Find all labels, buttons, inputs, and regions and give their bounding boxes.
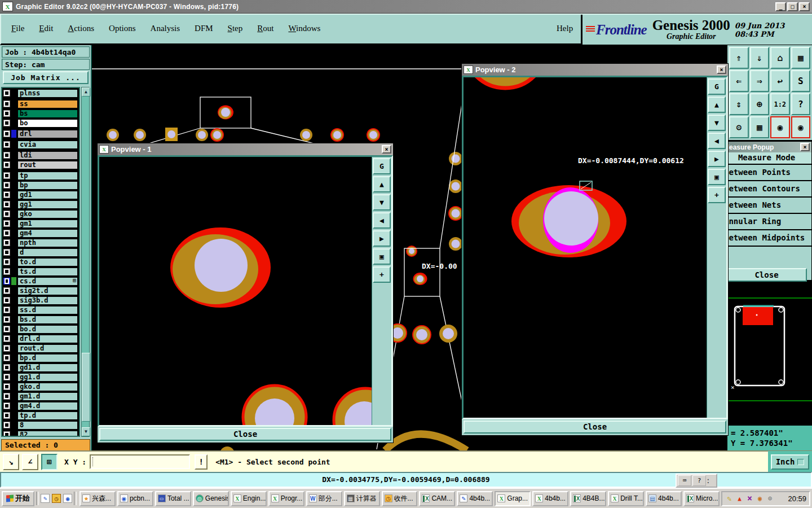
popview-2-close-button[interactable]: Close	[464, 421, 726, 433]
layer-row[interactable]: sig2t.d	[3, 286, 78, 295]
popview-1-close-button[interactable]: Close	[99, 428, 391, 441]
popview-2-canvas[interactable]: DX=-0.0087444,DY=0.00612	[464, 77, 707, 418]
measure-mode-option[interactable]: Between Midpoints	[722, 230, 811, 247]
layer-row[interactable]: ss	[3, 99, 78, 108]
popview-2-window[interactable]: X Popview - 2 × DX=-0.0087444,DY=0.00612	[461, 63, 729, 436]
clipboard-up-icon[interactable]: ⇑	[729, 47, 749, 69]
layer-row[interactable]: ts.d	[3, 267, 78, 276]
taskbar-task-button[interactable]: 收件...	[382, 491, 418, 506]
pan-left-icon[interactable]: ⇐	[729, 70, 749, 92]
layer-row[interactable]: ldi	[3, 151, 78, 160]
layer-row[interactable]: bp	[3, 181, 78, 190]
layer-name[interactable]: rout.d	[17, 344, 78, 353]
layer-name[interactable]: gm1.d	[17, 392, 78, 401]
scroll-thumb[interactable]	[82, 353, 90, 422]
layer-name[interactable]: drl	[17, 130, 78, 138]
layer-name[interactable]: gko	[17, 210, 78, 218]
layer-name[interactable]: bp.d	[17, 354, 78, 362]
measure-popup-close-button[interactable]: Close	[726, 268, 807, 282]
pan-right-icon[interactable]: ▶	[708, 151, 726, 167]
taskbar-task-button[interactable]: Micro...	[683, 491, 720, 506]
center-view-icon[interactable]: +	[708, 187, 726, 203]
help-icon[interactable]: ?	[791, 93, 811, 115]
measure-angle-icon[interactable]: ∠	[22, 454, 38, 470]
layer-scrollbar[interactable]: ▲ ▼	[81, 87, 90, 437]
refresh-icon[interactable]	[766, 494, 774, 503]
layer-row[interactable]: plnss	[3, 89, 78, 98]
measure-popup-window[interactable]: Measure Popup × Measure Mode Between Poi…	[721, 141, 812, 281]
red-arrow-icon[interactable]	[735, 494, 744, 503]
menu-item[interactable]: File	[11, 24, 24, 33]
minimize-button[interactable]: _	[775, 2, 786, 11]
layer-row[interactable]: gm4.d	[3, 401, 78, 410]
screen-down-icon[interactable]: ⇓	[750, 47, 770, 69]
layer-visibility-checkbox[interactable]	[3, 90, 10, 97]
layer-name[interactable]: gg1.d	[17, 373, 78, 382]
layer-name[interactable]: tp.d	[17, 411, 78, 420]
layer-name[interactable]: gko.d	[17, 383, 78, 391]
taskbar-task-button[interactable]: Progr...	[268, 491, 304, 506]
menu-item[interactable]: Options	[109, 24, 136, 33]
taskbar-task-button[interactable]: Grap...	[495, 491, 531, 506]
layer-visibility-checkbox[interactable]	[3, 306, 10, 313]
layer-visibility-checkbox[interactable]	[3, 230, 10, 237]
layer-visibility-checkbox[interactable]	[3, 335, 10, 342]
layer-visibility-checkbox[interactable]	[3, 152, 10, 159]
layer-visibility-checkbox[interactable]	[3, 191, 10, 198]
layer-visibility-checkbox[interactable]	[3, 364, 10, 371]
keyboard-icon[interactable]: ⌨	[678, 475, 691, 486]
layer-row[interactable]: gd1	[3, 190, 78, 199]
layer-row[interactable]: gm1.d	[3, 392, 78, 401]
highlight-net-icon[interactable]: ◉	[770, 116, 790, 138]
layer-row[interactable]: drl	[3, 129, 78, 138]
layer-row[interactable]: tp.d	[3, 411, 78, 420]
layer-visibility-checkbox[interactable]	[3, 211, 10, 217]
layer-visibility-checkbox[interactable]	[3, 130, 10, 137]
layer-row[interactable]: sig3b.d	[3, 296, 78, 305]
layer-name[interactable]: ts.d	[17, 268, 78, 276]
popview-2-close-icon[interactable]: ×	[717, 65, 726, 74]
zoom-in-icon[interactable]: ▲	[708, 97, 726, 113]
layer-name[interactable]: gd1	[17, 191, 78, 199]
popview-1-window[interactable]: X Popview - 1 ×	[97, 143, 394, 443]
purple-x-icon[interactable]	[745, 494, 754, 503]
scroll-down-icon[interactable]: ▼	[82, 427, 90, 436]
measure-popup-close-icon[interactable]: ×	[800, 143, 810, 151]
layer-visibility-checkbox[interactable]	[3, 161, 10, 168]
layer-visibility-checkbox[interactable]	[3, 422, 10, 428]
start-button[interactable]: 开始	[2, 491, 34, 506]
layer-visibility-checkbox[interactable]	[3, 287, 10, 294]
menu-item[interactable]: Analysis	[151, 24, 180, 33]
pan-left-icon[interactable]: ◀	[708, 133, 726, 149]
measure-mode-option[interactable]: Annular Ring	[722, 214, 811, 230]
layer-name[interactable]: 82	[17, 431, 78, 437]
layer-visibility-checkbox[interactable]	[3, 393, 10, 400]
layer-visibility-checkbox[interactable]	[3, 402, 10, 409]
layer-visibility-checkbox[interactable]	[3, 354, 10, 361]
layer-row[interactable]: 8	[3, 421, 78, 430]
taskbar-task-button[interactable]: pcbn...	[117, 491, 153, 506]
menu-item[interactable]: Windows	[288, 24, 320, 33]
menu-item-help[interactable]: Help	[557, 24, 573, 33]
layer-name[interactable]: ss.d	[17, 306, 78, 314]
layer-visibility-checkbox[interactable]	[3, 412, 10, 419]
layer-visibility-checkbox[interactable]	[3, 110, 10, 117]
layer-row[interactable]: gd1.d	[3, 363, 78, 372]
detach-view-icon[interactable]: G	[708, 78, 726, 95]
layer-name[interactable]: sig2t.d	[17, 287, 78, 295]
layer-visibility-checkbox[interactable]	[3, 141, 10, 148]
layer-name[interactable]: bo	[17, 119, 78, 128]
ie-globe-icon[interactable]	[63, 494, 72, 503]
taskbar-task-button[interactable]: 4B4B...	[570, 491, 606, 506]
layer-name[interactable]: gm4	[17, 229, 78, 238]
setup-tools-icon[interactable]: ⚙	[729, 116, 749, 138]
measure-popup-titlebar[interactable]: Measure Popup ×	[722, 142, 811, 152]
layer-visibility-checkbox[interactable]	[3, 259, 10, 265]
layer-name[interactable]: d	[17, 248, 78, 257]
help-bubble-icon[interactable]: ?	[692, 475, 706, 486]
layer-visibility-checkbox[interactable]	[3, 182, 10, 189]
layer-name[interactable]: gm1	[17, 220, 78, 228]
layer-visibility-checkbox[interactable]	[3, 120, 10, 126]
measure-mode-option[interactable]: Between Points	[722, 165, 811, 181]
board-navigator[interactable]: ×	[727, 275, 812, 428]
